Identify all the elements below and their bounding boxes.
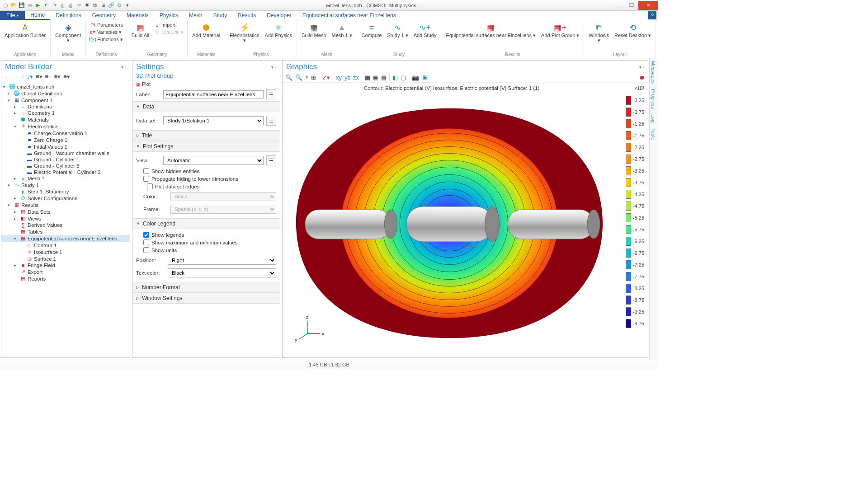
tab-study[interactable]: Study [208,11,232,20]
tree-node[interactable]: ⏵Step 1: Stationary [1,188,130,195]
axes-icon[interactable]: ▣ [373,74,378,81]
mb-collapse-icon[interactable]: ≡↑ [45,73,52,80]
windows-button[interactable]: ⧉Windows▾ [587,21,611,44]
qat-window-icon[interactable]: ⧉ [116,2,123,9]
build-all-button[interactable]: ▦Build All [130,21,151,39]
study-1-button[interactable]: ∿Study 1 ▾ [385,21,410,39]
mesh-1-button[interactable]: ▲Mesh 1 ▾ [330,21,354,39]
qat-dropdown-icon[interactable]: ▾ [124,2,131,9]
reset-desktop-button[interactable]: ⟲Reset Desktop ▾ [613,21,653,39]
close-button[interactable]: ✕ [638,1,658,10]
mb-down-icon[interactable]: ↓▾ [27,73,33,80]
tree-node[interactable]: ▾🌐einzel_lens.mph [1,83,130,90]
sidetab-table[interactable]: Table [650,126,657,143]
tree-node[interactable]: ▸▲Mesh 1 [1,175,130,182]
qat-copy-icon[interactable]: ⎘ [59,2,66,9]
model-tree[interactable]: ▾🌐einzel_lens.mph▸🌐Global Definitions▾▦C… [1,81,130,357]
label-input[interactable] [163,90,264,99]
section-plot-settings[interactable]: ▼Plot Settings [132,141,280,152]
tree-node[interactable]: ▸▤Data Sets [1,208,130,215]
snapshot-icon[interactable]: 📷 [412,74,419,81]
parameters-button[interactable]: PiParameters [89,21,124,28]
electrostatics-button[interactable]: ⚡Electrostatics▾ [228,21,261,44]
plot-group-context-button[interactable]: ▦Equipotential surfaces near Einzel lens… [444,21,538,39]
qat-new-icon[interactable]: ▢ [2,2,9,9]
add-physics-button[interactable]: ⚛Add Physics [263,21,294,39]
view-xy-icon[interactable]: xy [336,74,342,81]
show-units-checkbox[interactable] [143,247,149,253]
tree-node[interactable]: ▾▦Results [1,202,130,208]
mb-up-icon[interactable]: ↑ [21,73,24,80]
compute-button[interactable]: =Compute [360,21,384,39]
dataset-goto-button[interactable]: ☰ [266,116,276,126]
qat-delete-icon[interactable]: ✖ [83,2,90,9]
tab-definitions[interactable]: Definitions [50,11,86,20]
section-title[interactable]: ▷Title [132,130,280,141]
tree-node[interactable]: ▸≡Definitions [1,103,130,110]
textcolor-select[interactable]: Black [168,268,276,277]
section-color-legend[interactable]: ▼Color Legend [132,218,280,229]
model-builder-menu-icon[interactable]: ▾ ▫ [121,65,126,70]
labels-icon[interactable]: ▤ [381,74,387,81]
sidetab-log[interactable]: Log [650,112,657,125]
tree-node[interactable]: ⬢Materials [1,116,130,123]
mb-expand-icon[interactable]: ≡▾ [36,73,42,80]
tree-node[interactable]: ▾✳Electrostatics [1,123,130,130]
tab-home[interactable]: Home [25,11,50,20]
mb-forward-icon[interactable]: → [13,73,19,80]
3d-plot[interactable]: x z y [292,94,607,353]
qat-link-icon[interactable]: 🔗 [108,2,115,9]
tree-node[interactable]: ▬Ground - Vacuum chamber walls [1,150,130,156]
label-goto-button[interactable]: ☰ [266,89,276,99]
tree-node[interactable]: ▬Ground - Cylinder 3 [1,163,130,169]
qat-saveall-icon[interactable]: ⎚ [26,2,33,9]
qat-run-icon[interactable]: ▶ [34,2,42,9]
maximize-button[interactable]: ❐ [625,1,638,10]
variables-button[interactable]: a=Variables ▾ [89,28,124,36]
tree-node[interactable]: ▰Charge Conservation 1 [1,130,130,136]
tree-node[interactable]: ▸◧Views [1,215,130,222]
add-material-button[interactable]: ⬢Add Material [190,21,222,39]
mb-back-icon[interactable]: ← [4,73,10,80]
recording-icon[interactable]: ⏺ [639,74,645,81]
tree-node[interactable]: ▰Initial Values 1 [1,143,130,150]
zoom-fit-icon[interactable]: 🔍 [285,74,292,81]
tree-node[interactable]: ▬Ground - Cylinder 1 [1,156,130,163]
plot-edges-checkbox[interactable] [147,183,153,189]
tree-node[interactable]: ◈Isosurface 1 [1,249,130,255]
functions-button[interactable]: f(x)Functions ▾ [89,36,124,43]
qat-redo-icon[interactable]: ↷ [51,2,58,9]
tree-node[interactable]: ↗Export [1,268,130,275]
mb-view1-icon[interactable]: ≡▾ [54,73,61,80]
mb-view2-icon[interactable]: ≡▾ [63,73,70,80]
livelink-button[interactable]: ⟲LiveLink ▾ [153,28,184,36]
add-study-button[interactable]: ∿+Add Study [412,21,439,39]
dataset-select[interactable]: Study 1/Solution 1 [163,116,264,125]
import-button[interactable]: ⤓Import [153,21,184,28]
view-goto-button[interactable]: ☰ [266,155,276,165]
view-default-icon[interactable]: ↙▾ [322,74,330,81]
sidetab-progress[interactable]: Progress [650,86,657,112]
application-builder-button[interactable]: AApplication Builder [3,21,47,39]
tree-node[interactable]: ▾∿Study 1 [1,182,130,188]
tree-node[interactable]: ▦Tables [1,228,130,235]
section-window-settings[interactable]: ▷Window Settings [132,293,280,304]
qat-open-icon[interactable]: 📂 [10,2,17,9]
tree-node[interactable]: ▸⟐Geometry 1 [1,110,130,116]
graphics-viewport[interactable]: Contour: Electric potential (V) Isosurfa… [283,83,648,357]
sidetab-messages[interactable]: Messages [650,58,657,86]
add-plot-group-button[interactable]: ▦+Add Plot Group ▾ [539,21,581,39]
show-legends-checkbox[interactable] [143,232,149,238]
qat-save-icon[interactable]: 💾 [18,2,25,9]
build-mesh-button[interactable]: ▦Build Mesh [300,21,328,39]
tree-node[interactable]: ▸■Fringe Field [1,262,130,268]
show-hidden-checkbox[interactable] [143,168,149,174]
tab-context[interactable]: Equipotential surfaces near Einzel lens [297,11,401,20]
tree-node[interactable]: ◎Contour 1 [1,242,130,249]
tab-results[interactable]: Results [232,11,261,20]
tab-materials[interactable]: Materials [121,11,154,20]
qat-cut-icon[interactable]: ✂ [75,2,82,9]
tab-geometry[interactable]: Geometry [86,11,121,20]
help-button[interactable]: ? [648,11,656,19]
tree-node[interactable]: ◪Surface 1 [1,255,130,262]
